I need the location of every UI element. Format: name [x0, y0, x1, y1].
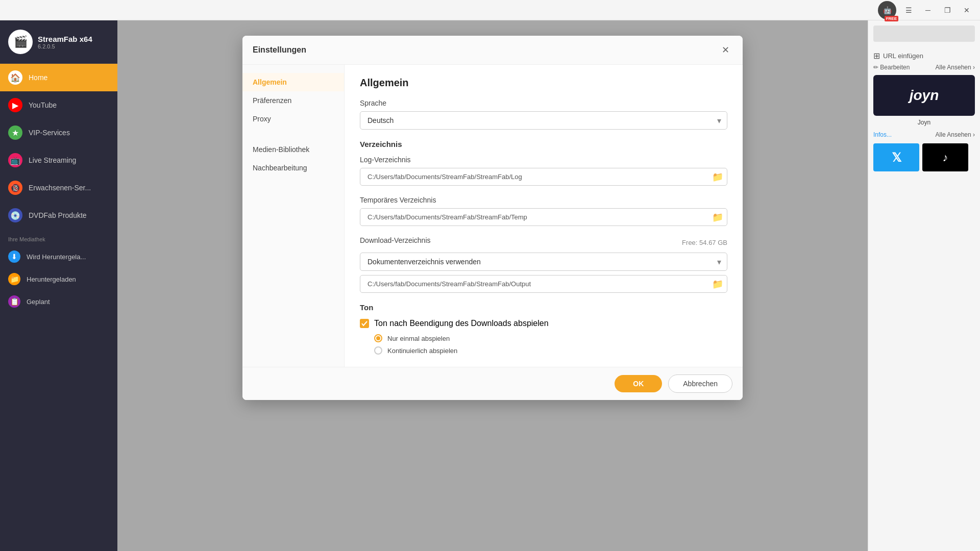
menu-button[interactable]: ☰	[900, 2, 917, 18]
dialog-title: Einstellungen	[253, 45, 306, 55]
logo-text: StreamFab x64 6.2.0.5	[38, 35, 92, 49]
tiktok-icon: ♪	[943, 151, 948, 164]
sidebar-item-dvdfab[interactable]: 💿 DVDFab Produkte	[0, 202, 117, 229]
main-layout: 🎬 StreamFab x64 6.2.0.5 🏠 Home ▶ YouTube…	[0, 20, 980, 551]
edit-all-row: ✏ Bearbeiten Alle Ansehen ›	[873, 64, 975, 71]
app-name: StreamFab x64	[38, 35, 92, 43]
dvdfab-icon: 💿	[8, 208, 22, 222]
app-logo: 🎬 StreamFab x64 6.2.0.5	[0, 20, 117, 64]
sidebar-item-downloaded[interactable]: 📁 Heruntergeladen	[0, 268, 117, 290]
radio-once-indicator	[376, 336, 380, 340]
tiktok-card[interactable]: ♪	[922, 143, 968, 171]
infos-link[interactable]: Infos...	[873, 131, 892, 138]
sidebar-item-streaming-label: Live Streaming	[29, 156, 76, 164]
all-link-2[interactable]: Alle Ansehen ›	[936, 131, 975, 138]
output-path-wrapper: 📁	[360, 275, 727, 293]
sidebar-item-youtube[interactable]: ▶ YouTube	[0, 91, 117, 119]
temp-browse-button[interactable]: 📁	[712, 212, 723, 223]
temp-path-input[interactable]	[360, 208, 727, 226]
sidebar-item-scheduled[interactable]: 📋 Geplant	[0, 290, 117, 313]
log-path-wrapper: 📁	[360, 168, 727, 186]
radio-group: Nur einmal abspielen Kontinuierlich absp…	[374, 334, 727, 355]
download-dir-row: Download-Verzeichnis Free: 54.67 GB	[360, 236, 727, 248]
log-path-input[interactable]	[360, 168, 727, 186]
temp-label: Temporäres Verzeichnis	[360, 196, 727, 204]
log-verzeichnis-group: Log-Verzeichnis 📁	[360, 156, 727, 186]
infos-row: Infos... Alle Ansehen ›	[873, 131, 975, 138]
sidebar-item-vip[interactable]: ★ VIP-Services	[0, 119, 117, 146]
sidebar-item-adult-label: Erwachsenen-Ser...	[29, 184, 91, 192]
joyn-logo: joyn	[910, 87, 939, 104]
ok-button[interactable]: OK	[615, 375, 662, 392]
ton-checkbox-label: Ton nach Beendigung des Downloads abspie…	[374, 319, 549, 328]
nav-allgemein[interactable]: Allgemein	[242, 73, 344, 91]
minimize-button[interactable]: ─	[920, 2, 936, 18]
settings-dialog: Einstellungen ✕ Allgemein Präferenzen Pr…	[242, 36, 743, 400]
download-type-select[interactable]: Dokumentenverzeichnis verwenden	[360, 253, 727, 271]
dialog-overlay: Einstellungen ✕ Allgemein Präferenzen Pr…	[117, 20, 868, 551]
temp-path-wrapper: 📁	[360, 208, 727, 226]
log-browse-button[interactable]: 📁	[712, 171, 723, 183]
thumb-row: 𝕏 ♪	[873, 143, 975, 171]
url-insert-icon: ⊞	[873, 51, 880, 61]
dialog-header: Einstellungen ✕	[242, 36, 743, 65]
youtube-icon: ▶	[8, 98, 22, 112]
radio-once-button[interactable]	[374, 334, 382, 342]
dialog-nav: Allgemein Präferenzen Proxy Medien-Bibli…	[242, 65, 345, 367]
sidebar-item-streaming[interactable]: 📺 Live Streaming	[0, 146, 117, 174]
log-label: Log-Verzeichnis	[360, 156, 727, 164]
downloaded-icon: 📁	[8, 273, 20, 285]
sidebar-item-home[interactable]: 🏠 Home	[0, 64, 117, 91]
dialog-body: Allgemein Präferenzen Proxy Medien-Bibli…	[242, 65, 743, 367]
sidebar-item-adult[interactable]: 🔞 Erwachsenen-Ser...	[0, 174, 117, 202]
temp-verzeichnis-group: Temporäres Verzeichnis 📁	[360, 196, 727, 226]
output-path-input[interactable]	[360, 275, 727, 293]
right-panel: ⊞ URL einfügen ✏ Bearbeiten Alle Ansehen…	[868, 20, 980, 551]
url-insert-label: URL einfügen	[883, 52, 923, 60]
logo-icon: 🎬	[8, 30, 33, 54]
dialog-close-button[interactable]: ✕	[718, 43, 732, 57]
streaming-icon: 📺	[8, 153, 22, 167]
verzeichnis-label: Verzeichnis	[360, 140, 727, 148]
radio-loop-row[interactable]: Kontinuierlich abspielen	[374, 346, 727, 355]
ton-checkbox-row: Ton nach Beendigung des Downloads abspie…	[360, 319, 727, 328]
titlebar: 🤖 FREE ☰ ─ ❐ ✕	[0, 0, 980, 20]
sidebar-item-vip-label: VIP-Services	[29, 129, 70, 137]
app-version: 6.2.0.5	[38, 43, 92, 49]
nav-proxy[interactable]: Proxy	[242, 110, 344, 128]
cancel-button[interactable]: Abbrechen	[668, 374, 732, 393]
twitter-icon: 𝕏	[892, 151, 901, 165]
output-browse-button[interactable]: 📁	[712, 279, 723, 290]
sidebar: 🎬 StreamFab x64 6.2.0.5 🏠 Home ▶ YouTube…	[0, 20, 117, 551]
close-button[interactable]: ✕	[959, 2, 975, 18]
radio-loop-label: Kontinuierlich abspielen	[387, 347, 457, 355]
ton-checkbox[interactable]	[360, 319, 369, 328]
download-label: Download-Verzeichnis	[360, 236, 431, 244]
nav-praferenzen[interactable]: Präferenzen	[242, 91, 344, 110]
sprache-select-wrapper: Deutsch ▾	[360, 111, 727, 130]
joyn-label: Joyn	[873, 119, 975, 126]
sprache-label: Sprache	[360, 99, 727, 107]
titlebar-icons: ☰ ─ ❐ ✕	[900, 2, 975, 18]
twitter-card[interactable]: 𝕏	[873, 143, 919, 171]
sidebar-scheduled-label: Geplant	[27, 298, 50, 306]
radio-once-label: Nur einmal abspielen	[387, 335, 450, 342]
radio-loop-button[interactable]	[374, 346, 382, 355]
sidebar-item-dvdfab-label: DVDFab Produkte	[29, 211, 87, 219]
joyn-card[interactable]: joyn	[873, 75, 975, 116]
sidebar-item-downloading[interactable]: ⬇ Wird Heruntergelа...	[0, 245, 117, 268]
url-insert-row[interactable]: ⊞ URL einfügen	[873, 48, 975, 64]
dialog-footer: OK Abbrechen	[242, 367, 743, 400]
adult-icon: 🔞	[8, 181, 22, 195]
sprache-select[interactable]: Deutsch	[360, 111, 727, 130]
ton-label: Ton	[360, 303, 727, 312]
edit-link[interactable]: ✏ Bearbeiten	[873, 64, 910, 71]
home-icon: 🏠	[8, 70, 22, 85]
restore-button[interactable]: ❐	[939, 2, 955, 18]
nav-medienbibliothek[interactable]: Medien-Bibliothek	[242, 140, 344, 159]
sprache-group: Sprache Deutsch ▾	[360, 99, 727, 130]
all-link[interactable]: Alle Ansehen ›	[936, 64, 975, 71]
nav-nachbearbeitung[interactable]: Nachbearbeitung	[242, 159, 344, 177]
checkmark-icon	[361, 320, 368, 327]
radio-once-row[interactable]: Nur einmal abspielen	[374, 334, 727, 342]
